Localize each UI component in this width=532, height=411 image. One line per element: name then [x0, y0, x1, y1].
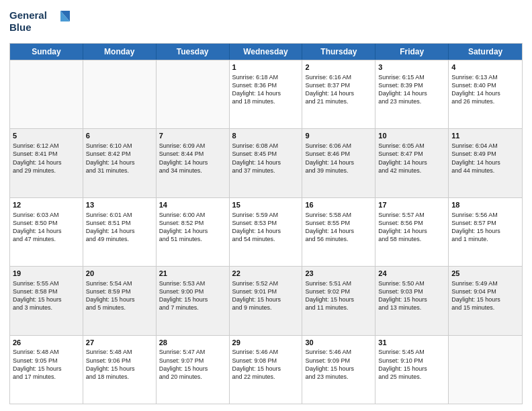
- day-cell-15: 15Sunrise: 5:59 AM Sunset: 8:53 PM Dayli…: [230, 198, 303, 266]
- day-cell-9: 9Sunrise: 6:06 AM Sunset: 8:46 PM Daylig…: [302, 129, 375, 197]
- day-number: 29: [232, 338, 300, 348]
- page: General Blue SundayMondayTuesdayWednesda…: [0, 0, 532, 411]
- day-cell-13: 13Sunrise: 6:01 AM Sunset: 8:51 PM Dayli…: [83, 198, 157, 266]
- day-info: Sunrise: 5:46 AM Sunset: 9:08 PM Dayligh…: [232, 348, 300, 381]
- day-number: 17: [378, 200, 445, 210]
- calendar-row-2: 12Sunrise: 6:03 AM Sunset: 8:50 PM Dayli…: [10, 197, 522, 266]
- day-number: 30: [305, 338, 372, 348]
- day-number: 12: [13, 200, 80, 210]
- day-info: Sunrise: 5:58 AM Sunset: 8:55 PM Dayligh…: [305, 211, 372, 244]
- day-number: 18: [451, 200, 519, 210]
- day-cell-17: 17Sunrise: 5:57 AM Sunset: 8:56 PM Dayli…: [375, 198, 449, 266]
- day-cell-4: 4Sunrise: 6:13 AM Sunset: 8:40 PM Daylig…: [449, 60, 522, 128]
- day-cell-16: 16Sunrise: 5:58 AM Sunset: 8:55 PM Dayli…: [302, 198, 375, 266]
- day-cell-18: 18Sunrise: 5:56 AM Sunset: 8:57 PM Dayli…: [449, 198, 522, 266]
- day-cell-21: 21Sunrise: 5:53 AM Sunset: 9:00 PM Dayli…: [157, 267, 230, 334]
- col-header-wednesday: Wednesday: [230, 44, 303, 60]
- calendar-row-1: 5Sunrise: 6:12 AM Sunset: 8:41 PM Daylig…: [10, 128, 522, 197]
- day-info: Sunrise: 6:15 AM Sunset: 8:39 PM Dayligh…: [378, 73, 445, 106]
- day-cell-19: 19Sunrise: 5:55 AM Sunset: 8:58 PM Dayli…: [10, 267, 83, 334]
- day-cell-6: 6Sunrise: 6:10 AM Sunset: 8:42 PM Daylig…: [83, 129, 157, 197]
- day-cell-25: 25Sunrise: 5:49 AM Sunset: 9:04 PM Dayli…: [449, 267, 522, 334]
- svg-text:General: General: [9, 9, 47, 21]
- day-info: Sunrise: 5:53 AM Sunset: 9:00 PM Dayligh…: [159, 279, 226, 312]
- day-cell-29: 29Sunrise: 5:46 AM Sunset: 9:08 PM Dayli…: [230, 336, 303, 404]
- day-cell-12: 12Sunrise: 6:03 AM Sunset: 8:50 PM Dayli…: [10, 198, 83, 266]
- day-number: 28: [159, 338, 226, 348]
- empty-cell-0-2: [157, 60, 230, 128]
- day-info: Sunrise: 5:55 AM Sunset: 8:58 PM Dayligh…: [13, 279, 80, 312]
- calendar-header: SundayMondayTuesdayWednesdayThursdayFrid…: [10, 44, 522, 60]
- day-info: Sunrise: 6:16 AM Sunset: 8:37 PM Dayligh…: [305, 73, 372, 106]
- day-info: Sunrise: 5:51 AM Sunset: 9:02 PM Dayligh…: [305, 279, 372, 312]
- empty-cell-4-6: [449, 336, 522, 404]
- day-info: Sunrise: 5:45 AM Sunset: 9:10 PM Dayligh…: [378, 348, 445, 381]
- calendar-row-4: 26Sunrise: 5:48 AM Sunset: 9:05 PM Dayli…: [10, 335, 522, 404]
- day-number: 23: [305, 269, 372, 279]
- day-info: Sunrise: 5:56 AM Sunset: 8:57 PM Dayligh…: [451, 211, 519, 244]
- day-number: 26: [13, 338, 80, 348]
- day-cell-7: 7Sunrise: 6:09 AM Sunset: 8:44 PM Daylig…: [157, 129, 230, 197]
- logo: General Blue: [9, 7, 77, 39]
- day-info: Sunrise: 6:06 AM Sunset: 8:46 PM Dayligh…: [305, 142, 372, 175]
- day-number: 8: [232, 131, 300, 141]
- calendar-body: 1Sunrise: 6:18 AM Sunset: 8:36 PM Daylig…: [10, 60, 522, 404]
- day-number: 14: [159, 200, 226, 210]
- day-info: Sunrise: 6:03 AM Sunset: 8:50 PM Dayligh…: [13, 211, 80, 244]
- day-info: Sunrise: 6:09 AM Sunset: 8:44 PM Dayligh…: [159, 142, 226, 175]
- calendar-row-3: 19Sunrise: 5:55 AM Sunset: 8:58 PM Dayli…: [10, 266, 522, 334]
- day-number: 3: [378, 62, 445, 73]
- header: General Blue: [9, 7, 523, 39]
- day-number: 2: [305, 62, 372, 73]
- day-cell-28: 28Sunrise: 5:47 AM Sunset: 9:07 PM Dayli…: [157, 336, 230, 404]
- day-cell-30: 30Sunrise: 5:46 AM Sunset: 9:09 PM Dayli…: [302, 336, 375, 404]
- day-cell-8: 8Sunrise: 6:08 AM Sunset: 8:45 PM Daylig…: [230, 129, 303, 197]
- day-number: 4: [451, 62, 519, 73]
- day-info: Sunrise: 6:08 AM Sunset: 8:45 PM Dayligh…: [232, 142, 300, 175]
- day-number: 31: [378, 338, 445, 348]
- day-cell-23: 23Sunrise: 5:51 AM Sunset: 9:02 PM Dayli…: [302, 267, 375, 334]
- col-header-thursday: Thursday: [302, 44, 375, 60]
- day-cell-3: 3Sunrise: 6:15 AM Sunset: 8:39 PM Daylig…: [375, 60, 449, 128]
- day-cell-1: 1Sunrise: 6:18 AM Sunset: 8:36 PM Daylig…: [230, 60, 303, 128]
- day-number: 11: [451, 131, 519, 141]
- col-header-friday: Friday: [375, 44, 449, 60]
- col-header-sunday: Sunday: [10, 44, 83, 60]
- day-number: 27: [86, 338, 153, 348]
- day-number: 1: [232, 62, 300, 73]
- day-info: Sunrise: 5:59 AM Sunset: 8:53 PM Dayligh…: [232, 211, 300, 244]
- day-number: 16: [305, 200, 372, 210]
- day-info: Sunrise: 6:04 AM Sunset: 8:49 PM Dayligh…: [451, 142, 519, 175]
- day-number: 15: [232, 200, 300, 210]
- day-number: 5: [13, 131, 80, 141]
- day-cell-2: 2Sunrise: 6:16 AM Sunset: 8:37 PM Daylig…: [302, 60, 375, 128]
- day-number: 25: [451, 269, 519, 279]
- day-number: 20: [86, 269, 153, 279]
- day-info: Sunrise: 5:54 AM Sunset: 8:59 PM Dayligh…: [86, 279, 153, 312]
- day-number: 7: [159, 131, 226, 141]
- day-info: Sunrise: 6:01 AM Sunset: 8:51 PM Dayligh…: [86, 211, 153, 244]
- day-number: 6: [86, 131, 153, 141]
- day-cell-10: 10Sunrise: 6:05 AM Sunset: 8:47 PM Dayli…: [375, 129, 449, 197]
- day-info: Sunrise: 5:47 AM Sunset: 9:07 PM Dayligh…: [159, 348, 226, 381]
- day-cell-14: 14Sunrise: 6:00 AM Sunset: 8:52 PM Dayli…: [157, 198, 230, 266]
- day-info: Sunrise: 5:46 AM Sunset: 9:09 PM Dayligh…: [305, 348, 372, 381]
- day-info: Sunrise: 6:18 AM Sunset: 8:36 PM Dayligh…: [232, 73, 300, 106]
- empty-cell-0-0: [10, 60, 83, 128]
- day-info: Sunrise: 5:50 AM Sunset: 9:03 PM Dayligh…: [378, 279, 445, 312]
- day-cell-24: 24Sunrise: 5:50 AM Sunset: 9:03 PM Dayli…: [375, 267, 449, 334]
- col-header-monday: Monday: [83, 44, 157, 60]
- empty-cell-0-1: [83, 60, 157, 128]
- day-cell-5: 5Sunrise: 6:12 AM Sunset: 8:41 PM Daylig…: [10, 129, 83, 197]
- day-info: Sunrise: 5:57 AM Sunset: 8:56 PM Dayligh…: [378, 211, 445, 244]
- day-info: Sunrise: 5:48 AM Sunset: 9:06 PM Dayligh…: [86, 348, 153, 381]
- day-cell-20: 20Sunrise: 5:54 AM Sunset: 8:59 PM Dayli…: [83, 267, 157, 334]
- day-number: 19: [13, 269, 80, 279]
- day-number: 24: [378, 269, 445, 279]
- day-info: Sunrise: 5:49 AM Sunset: 9:04 PM Dayligh…: [451, 279, 519, 312]
- day-number: 9: [305, 131, 372, 141]
- day-info: Sunrise: 6:13 AM Sunset: 8:40 PM Dayligh…: [451, 73, 519, 106]
- day-cell-11: 11Sunrise: 6:04 AM Sunset: 8:49 PM Dayli…: [449, 129, 522, 197]
- day-number: 13: [86, 200, 153, 210]
- col-header-tuesday: Tuesday: [157, 44, 230, 60]
